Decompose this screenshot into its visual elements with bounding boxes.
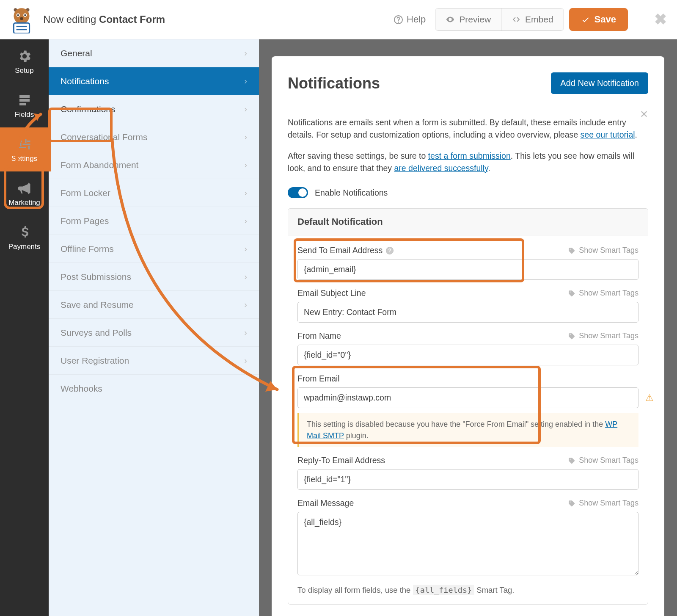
rail-item-marketing[interactable]: Marketing xyxy=(0,171,49,215)
tags-icon xyxy=(568,247,575,254)
see-tutorial-link[interactable]: see our tutorial xyxy=(581,130,635,139)
check-icon xyxy=(581,15,590,24)
sidebar-item-confirmations[interactable]: Confirmations› xyxy=(49,95,259,123)
email-message-textarea[interactable] xyxy=(297,512,638,575)
help-tooltip-icon[interactable]: ? xyxy=(386,247,394,254)
topbar-actions: Help Preview Embed Save ✖ xyxy=(394,8,667,31)
enable-notifications-label: Enable Notifications xyxy=(315,188,388,198)
editing-title: Contact Form xyxy=(99,14,165,25)
from-email-input[interactable] xyxy=(297,387,638,408)
editing-prefix: Now editing xyxy=(43,14,99,25)
sidebar-item-save-and-resume[interactable]: Save and Resume› xyxy=(49,291,259,319)
sidebar-item-user-registration[interactable]: User Registration› xyxy=(49,347,259,375)
preview-button[interactable]: Preview xyxy=(435,8,501,30)
default-notification-block: Default Notification Send To Email Addre… xyxy=(288,208,648,605)
warning-icon: ⚠ xyxy=(645,392,654,403)
enable-notifications-toggle[interactable] xyxy=(288,187,308,198)
field-email-message: Email Message Show Smart Tags xyxy=(297,498,638,577)
field-from-name: From Name Show Smart Tags xyxy=(297,331,638,365)
chevron-right-icon: › xyxy=(244,48,247,58)
chevron-right-icon: › xyxy=(244,104,247,114)
tags-icon xyxy=(568,500,575,507)
chevron-right-icon: › xyxy=(244,216,247,226)
field-from-email: From Email ⚠ This setting is disabled be… xyxy=(297,374,638,447)
sidebar-item-conversational-forms[interactable]: Conversational Forms› xyxy=(49,123,259,151)
panel-title: Notifications xyxy=(288,75,380,92)
send-to-input[interactable] xyxy=(297,259,638,280)
sidebar-item-general[interactable]: General› xyxy=(49,39,259,67)
add-new-notification-button[interactable]: Add New Notification xyxy=(551,72,648,94)
dismiss-intro-button[interactable]: ✕ xyxy=(640,108,648,120)
chevron-right-icon: › xyxy=(244,160,247,170)
chevron-right-icon: › xyxy=(244,272,247,282)
svg-point-4 xyxy=(17,14,19,16)
dollar-icon xyxy=(17,225,32,240)
test-submission-link[interactable]: test a form submission xyxy=(428,151,511,160)
sidebar-item-form-abandonment[interactable]: Form Abandonment› xyxy=(49,151,259,179)
chevron-right-icon: › xyxy=(244,300,247,309)
help-icon xyxy=(394,15,403,25)
field-subject: Email Subject Line Show Smart Tags xyxy=(297,288,638,323)
sidebar-item-form-locker[interactable]: Form Locker› xyxy=(49,179,259,207)
sliders-icon xyxy=(17,137,32,152)
help-text: Help xyxy=(407,14,426,25)
gear-icon xyxy=(17,49,32,64)
svg-point-12 xyxy=(398,22,399,22)
left-rail: Setup Fields Settings Marketing Payments xyxy=(0,39,49,616)
form-icon xyxy=(17,93,32,108)
chevron-right-icon: › xyxy=(244,244,247,254)
sidebar-item-notifications[interactable]: Notifications› xyxy=(49,67,259,95)
sidebar-item-offline-forms[interactable]: Offline Forms› xyxy=(49,235,259,263)
rail-item-fields[interactable]: Fields xyxy=(0,83,49,127)
notifications-panel: Notifications Add New Notification ✕ Not… xyxy=(272,56,664,616)
from-name-input[interactable] xyxy=(297,345,638,365)
rail-item-payments[interactable]: Payments xyxy=(0,215,49,260)
delivered-successfully-link[interactable]: are delivered successfully xyxy=(394,163,488,173)
default-notification-title: Default Notification xyxy=(288,209,648,235)
field-reply-to: Reply-To Email Address Show Smart Tags xyxy=(297,456,638,490)
close-button[interactable]: ✖ xyxy=(654,11,667,28)
tags-icon xyxy=(568,332,575,340)
help-link[interactable]: Help xyxy=(394,14,426,25)
svg-rect-8 xyxy=(14,23,29,33)
main-area: Notifications Add New Notification ✕ Not… xyxy=(259,39,677,616)
save-button[interactable]: Save xyxy=(569,8,628,31)
svg-point-2 xyxy=(14,8,29,24)
show-smart-tags-link[interactable]: Show Smart Tags xyxy=(568,289,638,298)
reply-to-input[interactable] xyxy=(297,469,638,490)
intro-text-2: After saving these settings, be sure to … xyxy=(288,150,648,175)
field-send-to: Send To Email Address ? Show Smart Tags xyxy=(297,246,638,280)
chevron-right-icon: › xyxy=(244,188,247,198)
show-smart-tags-link[interactable]: Show Smart Tags xyxy=(568,499,638,508)
intro-text-1: Notifications are emails sent when a for… xyxy=(288,116,648,141)
chevron-right-icon: › xyxy=(244,328,247,337)
tags-icon xyxy=(568,457,575,464)
sidebar-item-surveys-and-polls[interactable]: Surveys and Polls› xyxy=(49,319,259,347)
svg-point-7 xyxy=(20,17,23,20)
show-smart-tags-link[interactable]: Show Smart Tags xyxy=(568,246,638,255)
svg-point-6 xyxy=(24,14,26,16)
embed-button[interactable]: Embed xyxy=(501,8,564,30)
bullhorn-icon xyxy=(17,181,32,196)
sidebar-item-post-submissions[interactable]: Post Submissions› xyxy=(49,263,259,291)
sidebar-item-form-pages[interactable]: Form Pages› xyxy=(49,207,259,235)
chevron-right-icon: › xyxy=(244,132,247,142)
sidebar-item-webhooks[interactable]: Webhooks xyxy=(49,375,259,403)
subject-input[interactable] xyxy=(297,302,638,323)
eye-icon xyxy=(446,15,455,24)
top-toolbar: Now editing Contact Form Help Preview Em… xyxy=(0,0,677,39)
editing-label: Now editing Contact Form xyxy=(43,14,165,25)
chevron-right-icon: › xyxy=(244,76,247,86)
settings-sidebar: General› Notifications› Confirmations› C… xyxy=(49,39,259,616)
from-email-disabled-alert: This setting is disabled because you hav… xyxy=(297,413,638,447)
show-smart-tags-link[interactable]: Show Smart Tags xyxy=(568,456,638,465)
wpforms-logo xyxy=(8,6,36,33)
chevron-right-icon: › xyxy=(244,356,247,365)
show-smart-tags-link[interactable]: Show Smart Tags xyxy=(568,331,638,340)
rail-item-setup[interactable]: Setup xyxy=(0,39,49,83)
rail-item-settings[interactable]: Settings xyxy=(0,127,49,171)
code-icon xyxy=(512,15,521,24)
tags-icon xyxy=(568,290,575,297)
footer-note: To display all form fields, use the {all… xyxy=(297,586,638,595)
